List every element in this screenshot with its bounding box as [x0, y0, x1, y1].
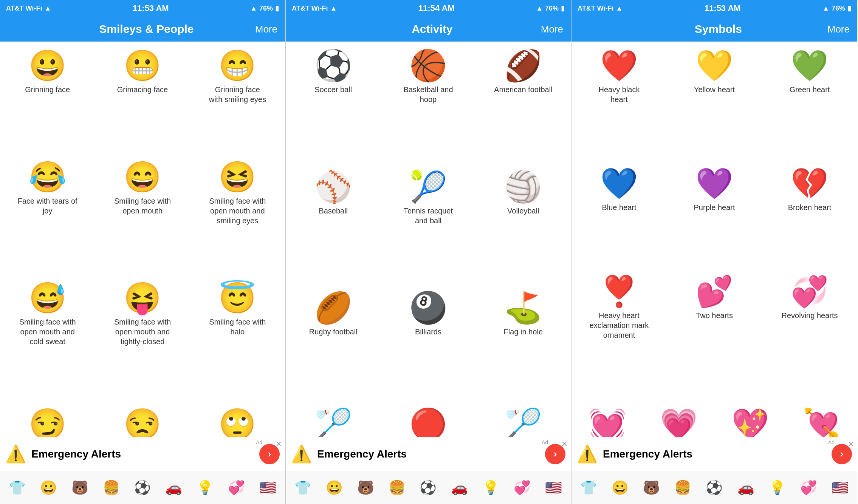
tab-icon-4[interactable]: ⚽ — [706, 480, 723, 496]
tab-icon-5[interactable]: 🚗 — [165, 480, 182, 496]
emoji-cell[interactable]: 😂 Face with tears of joy — [0, 157, 95, 278]
partial-emoji-icon: 🏸 — [314, 407, 352, 437]
emoji-cell[interactable]: 🏐 Volleyball — [476, 167, 571, 288]
emoji-cell[interactable]: ❤️ Heavy black heart — [571, 45, 667, 163]
partial-emoji-cell: 💘 — [786, 403, 857, 437]
alert-text: Emergency Alerts — [317, 448, 540, 460]
close-ad-button[interactable]: ✕ — [848, 439, 854, 448]
emoji-cell[interactable]: 😅 Smiling face with open mouth and cold … — [0, 278, 95, 399]
battery-icon: ▮ — [275, 4, 279, 12]
tab-icon-0[interactable]: 👕 — [294, 480, 311, 496]
partial-emoji-cell: 🔴 — [381, 403, 475, 437]
carrier-text: AT&T Wi-Fi — [6, 5, 42, 12]
emoji-cell[interactable]: 💕 Two hearts — [667, 271, 762, 399]
emoji-cell[interactable]: 😀 Grinning face — [0, 45, 95, 157]
tab-icon-2[interactable]: 🐻 — [643, 480, 660, 496]
tab-icon-0[interactable]: 👕 — [9, 480, 26, 496]
partial-emoji-icon: 💓 — [589, 407, 626, 437]
partial-emoji-icon: 💘 — [803, 407, 841, 437]
more-button[interactable]: More — [255, 23, 277, 35]
emoji-cell[interactable]: 😆 Smiling face with open mouth and smili… — [190, 157, 285, 278]
tab-icon-5[interactable]: 🚗 — [737, 480, 754, 496]
emoji-cell[interactable]: 😇 Smiling face with halo — [190, 278, 285, 399]
emoji-cell[interactable]: 💞 Revolving hearts — [762, 271, 857, 399]
emoji-cell[interactable]: 😝 Smiling face with open mouth and tight… — [95, 278, 190, 399]
tab-icon-1[interactable]: 😀 — [40, 480, 57, 496]
tab-icon-0[interactable]: 👕 — [580, 480, 597, 496]
status-left: AT&T Wi-Fi ▲ — [292, 5, 337, 12]
emoji-label: Billiards — [415, 327, 441, 337]
emoji-grid: ⚽ Soccer ball 🏀 Basketball and hoop 🏈 Am… — [286, 42, 571, 403]
tab-icon-4[interactable]: ⚽ — [134, 480, 151, 496]
emoji-cell[interactable]: 🏈 American football — [476, 45, 571, 167]
tab-icon-8[interactable]: 🇺🇸 — [545, 480, 562, 496]
tab-icon-3[interactable]: 🍔 — [389, 480, 406, 496]
wifi-icon: ▲ — [616, 5, 623, 12]
emoji-label: Grinning face — [25, 85, 70, 94]
tab-icon-7[interactable]: 💞 — [800, 480, 817, 496]
emoji-cell[interactable]: 😁 Grinning face with smiling eyes — [190, 45, 285, 157]
alert-warning-icon: ⚠️ — [5, 444, 26, 464]
alert-warning-icon: ⚠️ — [291, 444, 312, 464]
tab-icon-8[interactable]: 🇺🇸 — [832, 480, 849, 496]
tab-bar: 👕😀🐻🍔⚽🚗💡💞🇺🇸 — [571, 471, 857, 504]
tab-icon-4[interactable]: ⚽ — [420, 480, 437, 496]
tab-icon-2[interactable]: 🐻 — [357, 480, 374, 496]
tab-icon-2[interactable]: 🐻 — [71, 480, 88, 496]
emoji-cell[interactable]: 🎱 Billiards — [381, 288, 475, 399]
emoji-cell[interactable]: ⚽ Soccer ball — [286, 45, 381, 167]
tab-icon-3[interactable]: 🍔 — [103, 480, 120, 496]
emoji-label: Two hearts — [696, 311, 733, 320]
emoji-cell[interactable]: 💜 Purple heart — [667, 163, 762, 271]
nav-title: Symbols — [609, 23, 827, 36]
tab-icon-5[interactable]: 🚗 — [451, 480, 468, 496]
emoji-cell[interactable]: 💛 Yellow heart — [667, 45, 762, 163]
emoji-grid: 😀 Grinning face 😬 Grimacing face 😁 Grinn… — [0, 42, 285, 403]
emoji-label: Smiling face with open mouth and smiling… — [207, 196, 268, 226]
close-ad-button[interactable]: ✕ — [276, 439, 282, 448]
emoji-label: Smiling face with open mouth — [112, 196, 173, 216]
emoji-cell[interactable]: 🎾 Tennis racquet and ball — [381, 167, 475, 288]
emoji-cell[interactable]: ⛳ Flag in hole — [476, 288, 571, 399]
emoji-label: Purple heart — [694, 203, 735, 212]
alert-text: Emergency Alerts — [603, 448, 826, 460]
emoji-label: American football — [494, 85, 553, 94]
close-ad-button[interactable]: ✕ — [561, 439, 568, 448]
emoji-cell[interactable]: 🏉 Rugby football — [286, 288, 381, 399]
emoji-label: Revolving hearts — [782, 311, 838, 320]
emoji-cell[interactable]: 💙 Blue heart — [571, 163, 667, 271]
emoji-icon: 💛 — [695, 51, 733, 81]
emoji-cell[interactable]: 💚 Green heart — [762, 45, 857, 163]
location-icon: ▲ — [822, 5, 829, 12]
emoji-icon: 🏀 — [409, 51, 447, 81]
tab-icon-3[interactable]: 🍔 — [674, 480, 691, 496]
tab-icon-1[interactable]: 😀 — [612, 480, 629, 496]
more-button[interactable]: More — [541, 23, 563, 35]
tab-bar: 👕😀🐻🍔⚽🚗💡💞🇺🇸 — [0, 471, 285, 504]
tab-icon-6[interactable]: 💡 — [482, 480, 499, 496]
status-bar: AT&T Wi-Fi ▲ 11:53 AM ▲ 76% ▮ — [571, 0, 857, 17]
emoji-icon: 💜 — [695, 169, 733, 199]
tab-icon-8[interactable]: 🇺🇸 — [259, 480, 276, 496]
ad-badge: Ad — [828, 439, 835, 445]
tab-icon-7[interactable]: 💞 — [514, 480, 531, 496]
partial-emoji-row: 🏸🔴🏸 — [286, 403, 571, 437]
emoji-cell[interactable]: 🏀 Basketball and hoop — [381, 45, 475, 167]
tab-icon-6[interactable]: 💡 — [769, 480, 786, 496]
alert-banner[interactable]: ⚠️ Emergency Alerts › Ad ✕ — [0, 437, 285, 471]
emoji-icon: 🏐 — [504, 172, 542, 202]
emoji-cell[interactable]: ⚾ Baseball — [286, 167, 381, 288]
tab-icon-1[interactable]: 😀 — [326, 480, 343, 496]
alert-banner[interactable]: ⚠️ Emergency Alerts › Ad ✕ — [286, 437, 571, 471]
emoji-label: Baseball — [319, 206, 348, 216]
tab-icon-7[interactable]: 💞 — [228, 480, 245, 496]
alert-banner[interactable]: ⚠️ Emergency Alerts › Ad ✕ — [571, 437, 857, 471]
more-button[interactable]: More — [827, 23, 850, 35]
emoji-icon: 💕 — [695, 277, 733, 307]
emoji-cell[interactable]: 😄 Smiling face with open mouth — [95, 157, 190, 278]
tab-icon-6[interactable]: 💡 — [197, 480, 214, 496]
emoji-icon: 🎾 — [409, 172, 447, 202]
emoji-cell[interactable]: ❣️ Heavy heart exclamation mark ornament — [571, 271, 667, 399]
emoji-cell[interactable]: 😬 Grimacing face — [95, 45, 190, 157]
emoji-cell[interactable]: 💔 Broken heart — [762, 163, 857, 271]
